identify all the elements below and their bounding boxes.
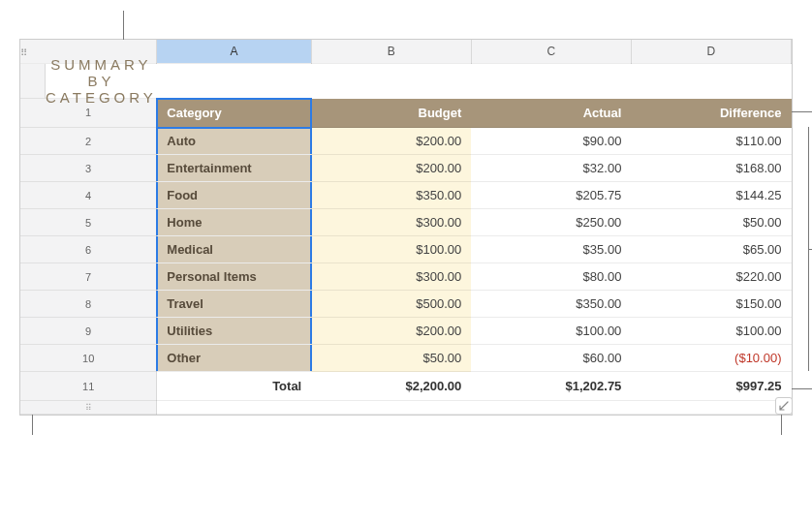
cell-budget[interactable]: $300.00	[311, 263, 471, 291]
row-header-6[interactable]: 6	[20, 236, 157, 263]
cell-budget[interactable]: $100.00	[311, 236, 471, 263]
callout-line	[808, 127, 809, 371]
handle-spacer	[631, 401, 791, 415]
title-row: SUMMARY BY CATEGORY	[20, 64, 157, 99]
cell-actual[interactable]: $35.00	[471, 236, 631, 263]
cell-difference[interactable]: $50.00	[631, 209, 791, 236]
cell-category[interactable]: Travel	[157, 291, 311, 318]
row-header-2[interactable]: 2	[20, 128, 157, 155]
row-header-7[interactable]: 7	[20, 263, 157, 291]
column-header-C[interactable]: C	[471, 40, 631, 63]
cell-actual[interactable]: $60.00	[471, 345, 631, 372]
cell-difference[interactable]: $150.00	[631, 291, 791, 318]
total-row: 11 Total $2,200.00 $1,202.75 $997.25	[20, 372, 792, 401]
column-header-D[interactable]: D	[631, 40, 791, 63]
callout-line	[792, 388, 812, 389]
row-header-8[interactable]: 8	[20, 291, 157, 318]
header-difference[interactable]: Difference	[631, 99, 791, 128]
cell-actual[interactable]: $250.00	[471, 209, 631, 236]
cell-actual[interactable]: $100.00	[471, 318, 631, 345]
table-row: 4 Food $350.00 $205.75 $144.25	[20, 182, 792, 209]
table-row: 10 Other $50.00 $60.00 ($10.00)	[20, 345, 792, 372]
total-difference[interactable]: $997.25	[631, 372, 791, 401]
cell-category[interactable]: Other	[157, 345, 311, 372]
cell-actual[interactable]: $32.00	[471, 155, 631, 182]
total-actual[interactable]: $1,202.75	[471, 372, 631, 401]
cell-category[interactable]: Personal Items	[157, 263, 311, 291]
table-row: 7 Personal Items $300.00 $80.00 $220.00	[20, 263, 792, 291]
cell-difference[interactable]: $65.00	[631, 236, 791, 263]
callout-line	[123, 11, 124, 40]
table-row: 6 Medical $100.00 $35.00 $65.00	[20, 236, 792, 263]
cell-difference[interactable]: $168.00	[631, 155, 791, 182]
table-row: 3 Entertainment $200.00 $32.00 $168.00	[20, 155, 792, 182]
cell-budget[interactable]: $50.00	[311, 345, 471, 372]
table-row: 5 Home $300.00 $250.00 $50.00	[20, 209, 792, 236]
cell-difference[interactable]: $110.00	[631, 128, 791, 155]
cell-budget[interactable]: $300.00	[311, 209, 471, 236]
cell-actual[interactable]: $90.00	[471, 128, 631, 155]
handle-spacer	[471, 401, 631, 415]
cell-actual[interactable]: $80.00	[471, 263, 631, 291]
drag-handle-icon	[20, 45, 30, 54]
row-header-10[interactable]: 10	[20, 345, 157, 372]
table-row: 8 Travel $500.00 $350.00 $150.00	[20, 291, 792, 318]
callout-line	[792, 111, 812, 112]
total-budget[interactable]: $2,200.00	[311, 372, 471, 401]
row-header-5[interactable]: 5	[20, 209, 157, 236]
row-header-blank[interactable]	[20, 64, 46, 99]
row-header-9[interactable]: 9	[20, 318, 157, 345]
cell-budget[interactable]: $200.00	[311, 128, 471, 155]
cell-actual[interactable]: $350.00	[471, 291, 631, 318]
cell-category[interactable]: Utilities	[157, 318, 311, 345]
cell-actual[interactable]: $205.75	[471, 182, 631, 209]
table-title[interactable]: SUMMARY BY CATEGORY	[46, 64, 157, 99]
spreadsheet-table: A B C D SUMMARY BY CATEGORY 1 Category B…	[19, 39, 793, 416]
column-header-A[interactable]: A	[157, 40, 311, 63]
cell-category[interactable]: Auto	[157, 128, 311, 155]
callout-line	[32, 415, 33, 435]
cell-budget[interactable]: $350.00	[311, 182, 471, 209]
row-header-4[interactable]: 4	[20, 182, 157, 209]
handle-row: ⠿	[20, 401, 792, 415]
cell-category[interactable]: Medical	[157, 236, 311, 263]
cell-budget[interactable]: $500.00	[311, 291, 471, 318]
header-budget[interactable]: Budget	[311, 99, 471, 128]
cell-difference[interactable]: $144.25	[631, 182, 791, 209]
handle-spacer	[311, 401, 471, 415]
cell-category[interactable]: Entertainment	[157, 155, 311, 182]
cell-category[interactable]: Food	[157, 182, 311, 209]
header-category[interactable]: Category	[157, 99, 311, 128]
row-header-3[interactable]: 3	[20, 155, 157, 182]
resize-icon	[779, 401, 789, 411]
cell-category[interactable]: Home	[157, 209, 311, 236]
add-row-handle[interactable]: ⠿	[20, 401, 157, 415]
header-actual[interactable]: Actual	[471, 99, 631, 128]
resize-table-handle[interactable]	[775, 397, 793, 415]
cell-budget[interactable]: $200.00	[311, 155, 471, 182]
cell-difference[interactable]: $100.00	[631, 318, 791, 345]
total-difference-value: $997.25	[736, 379, 782, 393]
column-header-B[interactable]: B	[311, 40, 471, 63]
callout-line	[781, 415, 782, 435]
cell-difference[interactable]: ($10.00)	[631, 345, 791, 372]
total-label[interactable]: Total	[157, 372, 311, 401]
row-header-11[interactable]: 11	[20, 372, 157, 401]
cell-difference[interactable]: $220.00	[631, 263, 791, 291]
table-row: 9 Utilities $200.00 $100.00 $100.00	[20, 318, 792, 345]
cell-budget[interactable]: $200.00	[311, 318, 471, 345]
table-row: 2 Auto $200.00 $90.00 $110.00	[20, 128, 792, 155]
handle-spacer	[157, 401, 311, 415]
